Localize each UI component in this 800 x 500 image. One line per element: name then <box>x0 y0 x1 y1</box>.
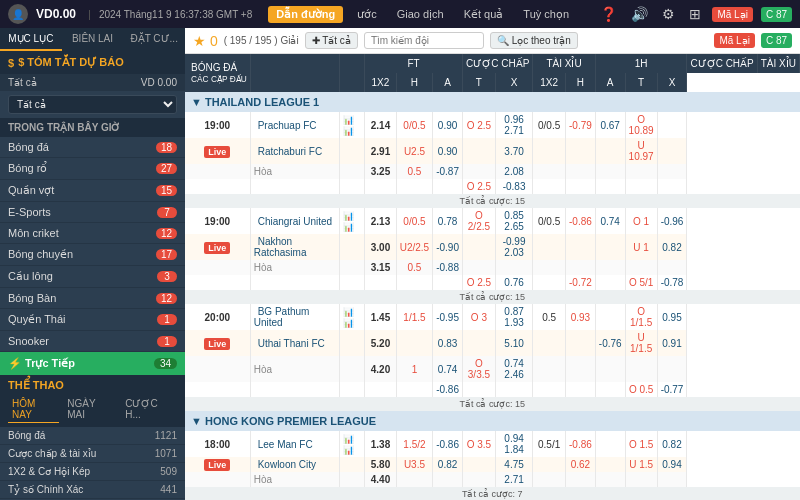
team-name[interactable]: BG Pathum United <box>254 306 310 328</box>
h1-xiu-cell[interactable] <box>657 356 687 382</box>
h1-tai-cell[interactable]: O 0.5 <box>625 382 657 397</box>
chap-h-cell[interactable]: 0.5 <box>396 164 432 179</box>
sub-ma-lai[interactable]: Mã Lại <box>714 33 754 48</box>
sidebar-sport-item[interactable]: Bóng Bàn12 <box>0 288 185 309</box>
h1-tai-cell[interactable]: O 10.89 <box>625 112 657 138</box>
bet-type-item[interactable]: Bóng đá1121 <box>0 427 185 445</box>
h1-1x2-cell[interactable]: 0.5/1 <box>533 431 566 457</box>
sidebar-sport-item[interactable]: Bóng đá18 <box>0 137 185 158</box>
h1-tai-cell[interactable]: O 1/1.5 <box>625 304 657 330</box>
tai-cell[interactable]: O 2.5 <box>462 179 495 194</box>
h1-1x2-cell[interactable] <box>533 179 566 194</box>
subtab-ngay-mai[interactable]: NGÀY MAI <box>63 396 117 423</box>
team-name[interactable]: Prachuap FC <box>254 120 317 131</box>
chap-h-cell[interactable]: U2/2.5 <box>396 234 432 260</box>
xiu-cell[interactable]: 0.74 2.46 <box>495 356 532 382</box>
h1-chap-a-cell[interactable] <box>595 179 625 194</box>
h1-tai-cell[interactable]: U 1/1.5 <box>625 330 657 356</box>
h1-1x2-cell[interactable] <box>533 472 566 487</box>
h1-1x2-cell[interactable] <box>533 260 566 275</box>
team-name[interactable]: Uthai Thani FC <box>254 338 325 349</box>
ft-1x2-cell[interactable]: 2.14 <box>365 112 397 138</box>
ft-1x2-cell[interactable]: 1.45 <box>365 304 397 330</box>
ft-1x2-cell[interactable] <box>365 179 397 194</box>
h1-chap-h-cell[interactable] <box>566 260 596 275</box>
chap-h-cell[interactable] <box>396 275 432 290</box>
xiu-cell[interactable]: -0.83 <box>495 179 532 194</box>
sidebar-sport-item[interactable]: Quyền Thái1 <box>0 309 185 331</box>
volume-icon[interactable]: 🔊 <box>631 6 648 22</box>
h1-1x2-cell[interactable] <box>533 382 566 397</box>
tat-ca-button[interactable]: ✚ Tất cả <box>305 32 358 49</box>
h1-chap-a-cell[interactable] <box>595 431 625 457</box>
tai-cell[interactable]: O 2.5 <box>462 112 495 138</box>
h1-chap-a-cell[interactable]: 0.74 <box>595 208 625 234</box>
h1-tai-cell[interactable]: U 1 <box>625 234 657 260</box>
tai-cell[interactable] <box>462 330 495 356</box>
settings-icon[interactable]: ⚙ <box>662 6 675 22</box>
ft-1x2-cell[interactable]: 3.00 <box>365 234 397 260</box>
chap-h-cell[interactable] <box>396 330 432 356</box>
xiu-cell[interactable]: 4.75 <box>495 457 532 472</box>
tat-ca-cuoc-label[interactable]: Tất cả cược: 15 <box>185 194 800 208</box>
h1-chap-h-cell[interactable] <box>566 179 596 194</box>
h1-xiu-cell[interactable] <box>657 179 687 194</box>
chap-a-cell[interactable]: 0.74 <box>433 356 463 382</box>
h1-chap-a-cell[interactable] <box>595 164 625 179</box>
chap-a-cell[interactable]: 0.83 <box>433 330 463 356</box>
team-name[interactable]: Nakhon Ratchasima <box>254 236 307 258</box>
tai-cell[interactable] <box>462 382 495 397</box>
help-icon[interactable]: ❓ <box>600 6 617 22</box>
ft-1x2-cell[interactable]: 4.20 <box>365 356 397 382</box>
h1-tai-cell[interactable]: U 1.5 <box>625 457 657 472</box>
search-input[interactable] <box>364 32 484 49</box>
h1-1x2-cell[interactable] <box>533 138 566 164</box>
team-name[interactable]: Lee Man FC <box>254 439 313 450</box>
h1-chap-h-cell[interactable]: 0.93 <box>566 304 596 330</box>
subtab-hom-nay[interactable]: HÔM NAY <box>8 396 59 423</box>
h1-xiu-cell[interactable]: 0.94 <box>657 457 687 472</box>
star-icon[interactable]: ★ 0 <box>193 33 218 49</box>
ft-1x2-cell[interactable]: 4.40 <box>365 472 397 487</box>
dan-duong-button[interactable]: Dẫn đường <box>268 6 343 23</box>
league-header[interactable]: ▼ THAILAND LEAGUE 1 <box>185 92 800 112</box>
h1-xiu-cell[interactable]: 0.95 <box>657 304 687 330</box>
h1-xiu-cell[interactable]: -0.96 <box>657 208 687 234</box>
nav-ket-qua[interactable]: Kết quả <box>458 6 510 23</box>
team-name[interactable]: Kowloon City <box>254 459 316 470</box>
chap-a-cell[interactable]: 0.90 <box>433 112 463 138</box>
chap-h-cell[interactable]: 0.5 <box>396 260 432 275</box>
h1-chap-a-cell[interactable] <box>595 356 625 382</box>
h1-chap-a-cell[interactable] <box>595 472 625 487</box>
ft-1x2-cell[interactable] <box>365 275 397 290</box>
tai-cell[interactable] <box>462 234 495 260</box>
tat-ca-cuoc-row[interactable]: Tất cả cược: 15 <box>185 194 800 208</box>
sidebar-sport-item[interactable]: Môn criket12 <box>0 223 185 244</box>
h1-tai-cell[interactable]: O 1 <box>625 208 657 234</box>
xiu-cell[interactable]: -0.99 2.03 <box>495 234 532 260</box>
h1-chap-h-cell[interactable] <box>566 330 596 356</box>
h1-chap-h-cell[interactable]: -0.86 <box>566 431 596 457</box>
h1-xiu-cell[interactable]: -0.78 <box>657 275 687 290</box>
h1-chap-h-cell[interactable]: -0.72 <box>566 275 596 290</box>
xiu-cell[interactable]: 0.96 2.71 <box>495 112 532 138</box>
truc-tiep-row[interactable]: ⚡ Trực Tiếp 34 <box>0 352 185 375</box>
ft-1x2-cell[interactable]: 3.25 <box>365 164 397 179</box>
ft-1x2-cell[interactable]: 5.20 <box>365 330 397 356</box>
h1-chap-a-cell[interactable] <box>595 304 625 330</box>
xiu-cell[interactable] <box>495 260 532 275</box>
h1-tai-cell[interactable] <box>625 260 657 275</box>
chap-h-cell[interactable]: 0/0.5 <box>396 112 432 138</box>
chap-h-cell[interactable] <box>396 472 432 487</box>
h1-xiu-cell[interactable] <box>657 472 687 487</box>
xiu-cell[interactable] <box>495 382 532 397</box>
h1-xiu-cell[interactable]: 0.91 <box>657 330 687 356</box>
nav-giao-dich[interactable]: Giao dịch <box>391 6 450 23</box>
nav-uoc[interactable]: ước <box>351 6 383 23</box>
ft-1x2-cell[interactable]: 2.13 <box>365 208 397 234</box>
tai-cell[interactable]: O 3/3.5 <box>462 356 495 382</box>
tab-bien-lai[interactable]: BIÊN LAI <box>62 28 124 51</box>
odds-table-container[interactable]: BÓNG ĐÁCÁC CẶP ĐẤU FT CƯỢC CHẤP TÀI XỈU … <box>185 54 800 500</box>
h1-1x2-cell[interactable] <box>533 275 566 290</box>
sidebar-sport-item[interactable]: Cầu lông3 <box>0 266 185 288</box>
